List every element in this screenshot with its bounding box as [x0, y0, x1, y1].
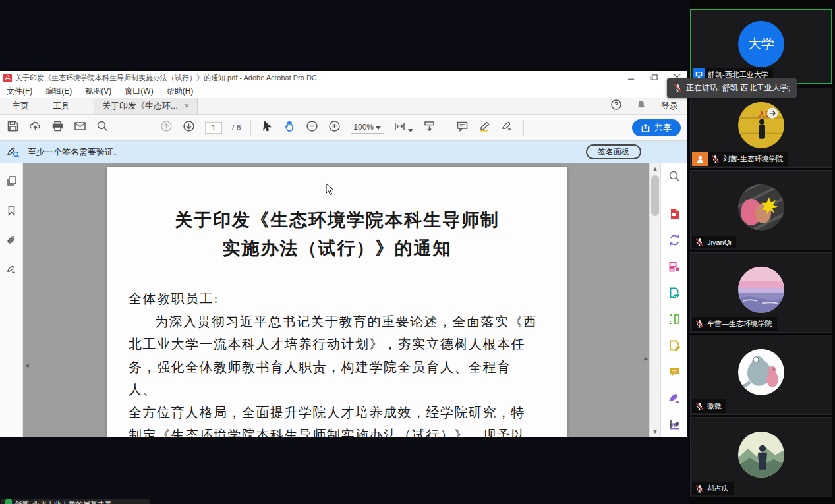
collapse-left-pane-icon[interactable]: ◂: [25, 361, 29, 370]
menu-file[interactable]: 文件(F): [7, 86, 32, 97]
document-canvas[interactable]: ◂ ▸ 关于印发《生态环境学院本科生导师制 实施办法（试行）》的通知 全体教职员…: [23, 163, 649, 437]
participant-tile[interactable]: 大学 舒凯-西北工业大学: [690, 9, 832, 84]
chevron-down-icon: [408, 129, 413, 132]
host-badge-icon: [692, 152, 708, 166]
vertical-scrollbar[interactable]: ▲ ▼: [649, 163, 660, 437]
mic-muted-icon: [695, 484, 704, 493]
document-title-line2: 实施办法（试行）》的通知: [107, 234, 567, 262]
acrobat-window: 关于印发《生态环境学院本科生导师制实施办法（试行）》的通知.pdf - Adob…: [0, 71, 687, 437]
menu-edit[interactable]: 编辑(E): [45, 86, 72, 97]
document-line: 全方位育人格局，全面提升学院人才培养成效，经学院研究，特: [129, 401, 539, 424]
comment-tool-icon[interactable]: [668, 366, 681, 381]
participant-tile[interactable]: 入口 刘茜-生态环境学院: [690, 88, 832, 168]
combine-files-icon[interactable]: [668, 234, 681, 249]
signature-validation-icon: [7, 146, 21, 158]
page-number-input[interactable]: 1: [205, 122, 222, 134]
document-body: 全体教职员工: 为深入贯彻习近平总书记关于教育的重要论述，全面落实《西 北工业大…: [129, 287, 539, 437]
page-thumbnails-icon[interactable]: [6, 175, 17, 189]
document-title-line1: 关于印发《生态环境学院本科生导师制: [107, 206, 567, 234]
organize-pages-icon[interactable]: [668, 260, 681, 275]
signatures-panel-icon[interactable]: [6, 264, 17, 278]
document-line: 全体教职员工:: [129, 287, 539, 310]
mic-muted-icon: [695, 402, 704, 410]
avatar: [738, 432, 784, 478]
signature-panel-button[interactable]: 签名面板: [586, 144, 641, 159]
participant-tile[interactable]: 牟蕾—生态环境学院: [690, 252, 832, 333]
signature-panel-label: 签名面板: [598, 146, 629, 157]
select-tool-icon[interactable]: [261, 120, 274, 135]
sign-pen-icon[interactable]: [501, 120, 513, 135]
collapse-right-pane-icon[interactable]: ▸: [644, 354, 648, 363]
search-tools-icon[interactable]: [668, 170, 681, 185]
participant-tile[interactable]: JiyanQi: [690, 170, 832, 250]
notification-bell-icon[interactable]: [636, 99, 647, 112]
expand-tools-pane-icon[interactable]: [668, 418, 681, 433]
avatar: [738, 267, 784, 313]
pdf-page: 关于印发《生态环境学院本科生导师制 实施办法（试行）》的通知 全体教职员工: 为…: [107, 167, 567, 437]
document-line: 制定《生态环境学院本科生导师制实施办法（试行）》，现予以: [129, 424, 539, 437]
tab-document[interactable]: 关于印发《生态环... ×: [94, 98, 198, 114]
share-button[interactable]: 共享: [632, 119, 681, 136]
help-icon[interactable]: [611, 99, 621, 112]
menu-help[interactable]: 帮助(H): [167, 86, 194, 97]
chevron-down-icon: [376, 126, 381, 130]
upload-cloud-icon[interactable]: [29, 120, 42, 135]
scrolling-mode-icon[interactable]: [423, 120, 436, 135]
left-nav-rail: [0, 163, 23, 437]
signin-button[interactable]: 登录: [661, 100, 678, 112]
page-total-label: / 6: [232, 123, 241, 132]
tab-close-icon[interactable]: ×: [185, 101, 189, 111]
avatar: 大学: [738, 20, 784, 67]
participant-tile[interactable]: 微微: [690, 335, 832, 415]
screen-share-icon: [5, 499, 12, 504]
mic-muted-icon: [695, 238, 704, 246]
participant-name: 郝占庆: [707, 484, 729, 493]
zoom-level-dropdown[interactable]: 100%: [351, 121, 384, 134]
zoom-out-icon[interactable]: [306, 120, 318, 135]
acrobat-app-icon: [3, 74, 12, 82]
tools-pane: [660, 163, 687, 437]
tab-home[interactable]: 主页: [0, 98, 41, 114]
menu-view[interactable]: 视图(V): [85, 86, 111, 97]
screen-share-banner: 舒凯-西北工业大学的屏幕共享: [1, 499, 150, 504]
menu-bar: 文件(F) 编辑(E) 视图(V) 窗口(W) 帮助(H): [0, 84, 687, 98]
email-icon[interactable]: [74, 120, 86, 135]
scrollbar-thumb[interactable]: [651, 175, 659, 216]
search-icon[interactable]: [96, 120, 109, 135]
print-icon[interactable]: [51, 120, 64, 135]
participant-name: JiyanQi: [707, 238, 732, 246]
window-title: 关于印发《生态环境学院本科生导师制实施办法（试行）》的通知.pdf - Adob…: [15, 73, 317, 83]
signature-notification-bar: 至少一个签名需要验证。 签名面板: [0, 141, 687, 163]
edit-pdf-icon[interactable]: [668, 339, 681, 354]
zoom-in-icon[interactable]: [328, 120, 341, 135]
mouse-cursor: [326, 183, 335, 199]
scroll-up-icon[interactable]: ▲: [650, 165, 660, 172]
attachments-icon[interactable]: [6, 235, 17, 248]
avatar: [738, 184, 784, 231]
export-pdf-icon[interactable]: [668, 287, 681, 302]
minimize-button[interactable]: [627, 72, 635, 84]
avatar-initials: 大学: [748, 35, 774, 53]
tab-tools[interactable]: 工具: [41, 98, 82, 114]
scroll-down-icon[interactable]: ▼: [650, 428, 660, 435]
fit-width-dropdown[interactable]: [393, 120, 413, 135]
comment-icon[interactable]: [456, 120, 469, 135]
enhance-scans-icon[interactable]: [668, 313, 681, 328]
hand-tool-icon[interactable]: [283, 120, 296, 135]
save-icon[interactable]: [7, 120, 19, 135]
maximize-button[interactable]: [650, 72, 658, 84]
bookmarks-icon[interactable]: [6, 205, 17, 219]
participant-tile[interactable]: 郝占庆: [690, 417, 832, 497]
document-title: 关于印发《生态环境学院本科生导师制 实施办法（试行）》的通知: [107, 206, 567, 262]
mic-muted-icon: [695, 320, 704, 328]
participant-name: 刘茜-生态环境学院: [723, 154, 784, 164]
menu-window[interactable]: 窗口(W): [125, 86, 153, 97]
previous-page-icon[interactable]: [160, 120, 173, 135]
main-toolbar: 1 / 6 100% 共享: [0, 115, 687, 141]
acrobat-titlebar: 关于印发《生态环境学院本科生导师制实施办法（试行）》的通知.pdf - Adob…: [0, 71, 687, 84]
next-page-icon[interactable]: [183, 120, 195, 135]
fill-sign-icon[interactable]: [668, 392, 681, 407]
highlight-icon[interactable]: [478, 120, 491, 135]
create-pdf-icon[interactable]: [668, 208, 681, 223]
avatar: [738, 349, 784, 395]
